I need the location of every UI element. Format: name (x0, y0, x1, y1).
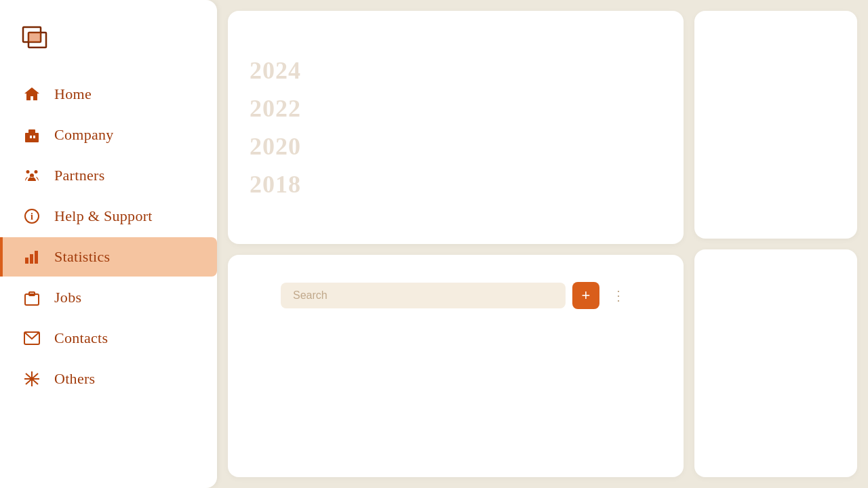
svg-rect-9 (25, 258, 28, 264)
sidebar-item-home[interactable]: Home (0, 75, 217, 114)
sidebar-label-contacts: Contacts (54, 329, 108, 347)
year-item-2022[interactable]: 2022 (250, 94, 662, 123)
year-card: 2024202220202018 (228, 11, 684, 244)
add-button[interactable]: + (572, 282, 599, 309)
dots-icon: ⋮ (612, 287, 625, 304)
app-logo (22, 22, 52, 52)
svg-rect-4 (28, 129, 35, 134)
right-bottom-card (694, 249, 857, 477)
statistics-icon (22, 247, 42, 267)
sidebar-item-help-support[interactable]: iHelp & Support (0, 197, 217, 236)
more-options-button[interactable]: ⋮ (606, 283, 631, 308)
search-toolbar: + ⋮ (250, 271, 662, 320)
plus-icon: + (582, 287, 591, 304)
svg-text:i: i (31, 211, 33, 222)
right-column (694, 11, 857, 477)
svg-rect-5 (30, 136, 32, 138)
svg-rect-2 (28, 33, 41, 42)
sidebar-item-jobs[interactable]: Jobs (0, 278, 217, 317)
year-list: 2024202220202018 (250, 51, 662, 204)
sidebar-nav: HomeCompanyPartnersiHelp & SupportStatis… (0, 73, 217, 400)
center-column: 2024202220202018 + ⋮ (228, 11, 684, 477)
partners-icon (22, 165, 42, 186)
home-icon (22, 84, 42, 104)
year-item-2020[interactable]: 2020 (250, 132, 662, 161)
sidebar-label-statistics: Statistics (54, 248, 110, 266)
sidebar-item-others[interactable]: Others (0, 359, 217, 399)
sidebar-label-jobs: Jobs (54, 289, 81, 306)
others-icon (22, 369, 42, 389)
logo-area (0, 16, 217, 73)
right-top-card (694, 11, 857, 239)
sidebar-item-company[interactable]: Company (0, 115, 217, 155)
search-card: + ⋮ (228, 255, 684, 477)
svg-rect-11 (35, 251, 38, 264)
sidebar: HomeCompanyPartnersiHelp & SupportStatis… (0, 0, 217, 488)
help-icon: i (22, 206, 42, 226)
contacts-icon (22, 328, 42, 348)
company-icon (22, 125, 42, 145)
sidebar-item-contacts[interactable]: Contacts (0, 319, 217, 358)
svg-rect-10 (30, 254, 33, 264)
sidebar-item-partners[interactable]: Partners (0, 156, 217, 195)
search-input[interactable] (281, 283, 566, 308)
year-item-2024[interactable]: 2024 (250, 56, 662, 85)
sidebar-label-others: Others (54, 370, 95, 388)
sidebar-item-statistics[interactable]: Statistics (0, 237, 217, 277)
sidebar-label-company: Company (54, 126, 114, 144)
year-item-2018[interactable]: 2018 (250, 170, 662, 199)
sidebar-label-help-support: Help & Support (54, 207, 153, 225)
jobs-icon (22, 287, 42, 308)
sidebar-label-partners: Partners (54, 167, 105, 184)
sidebar-label-home: Home (54, 85, 92, 103)
main-content: 2024202220202018 + ⋮ (217, 0, 868, 488)
svg-rect-6 (33, 136, 35, 138)
